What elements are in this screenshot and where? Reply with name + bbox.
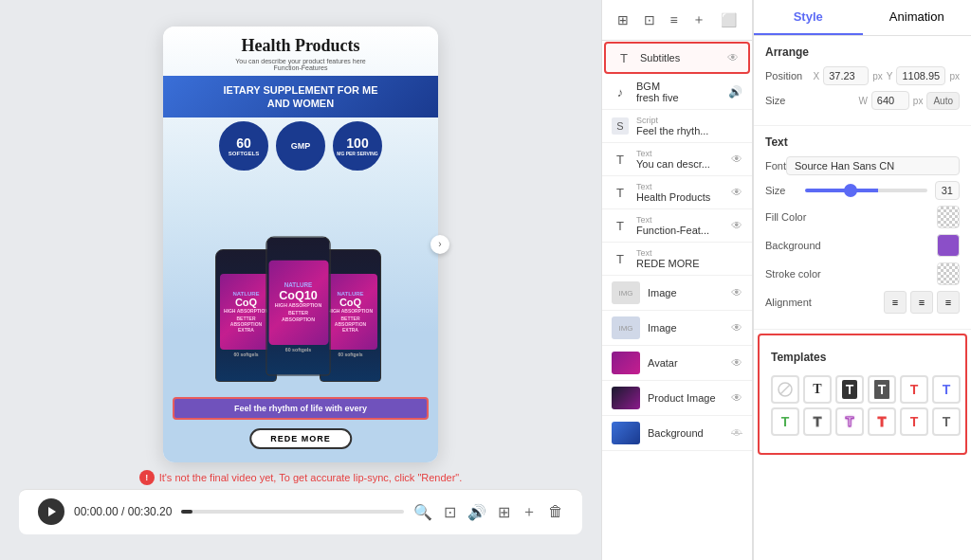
zoom-out-icon[interactable]: 🔍 (413, 503, 432, 521)
layer-eye-text-1[interactable]: 👁 (731, 153, 742, 166)
tab-style[interactable]: Style (754, 0, 863, 35)
w-unit: px (913, 96, 924, 106)
health-subtitle-1: You can describe your product features h… (235, 58, 366, 64)
layer-background[interactable]: Background 👁 (602, 416, 752, 451)
badge-gmp: GMP (276, 121, 325, 171)
x-input[interactable] (823, 66, 869, 85)
layers-toolbar-icon-4[interactable]: ＋ (688, 8, 709, 32)
layer-eye-subtitles[interactable]: 👁 (727, 51, 739, 64)
template-3[interactable]: T (868, 375, 896, 404)
no-style-icon (778, 382, 793, 397)
layer-info-subtitles: Subtitles (640, 52, 720, 63)
layer-eye-image-1[interactable]: 👁 (731, 286, 742, 299)
w-input[interactable] (871, 91, 909, 110)
layer-name-function: Function-Feat... (636, 225, 724, 236)
template-11[interactable]: T (932, 407, 961, 436)
layer-image-2[interactable]: IMG Image 👁 (602, 311, 752, 346)
layer-eye-bg[interactable]: 👁 (731, 426, 742, 440)
layer-avatar[interactable]: Avatar 👁 (602, 346, 752, 381)
align-center-icon[interactable]: ≡ (910, 291, 933, 314)
align-left-icon[interactable]: ≡ (884, 291, 907, 314)
layer-product-image[interactable]: Product Image 👁 (602, 381, 752, 416)
template-2[interactable]: T (835, 375, 864, 404)
layer-info-script: Script Feel the rhyth... (636, 116, 742, 136)
templates-section: Templates T T T (758, 334, 967, 455)
size-label: Size (765, 95, 785, 106)
play-button[interactable] (38, 498, 64, 525)
layers-toolbar-icon-3[interactable]: ≡ (666, 9, 681, 31)
layer-icon-bgm: ♪ (612, 83, 629, 100)
stroke-swatch[interactable] (937, 262, 960, 285)
layers-toolbar-icon-1[interactable]: ⊞ (614, 9, 632, 31)
split-icon[interactable]: ⊞ (498, 503, 510, 521)
template-4[interactable]: T (900, 375, 928, 404)
layers-toolbar-icon-2[interactable]: ⊡ (640, 9, 659, 31)
layer-info-image-2: Image (648, 322, 724, 334)
template-none[interactable] (771, 375, 799, 404)
layer-text-health[interactable]: T Text Health Products 👁 (602, 176, 752, 209)
layer-eye-bgm[interactable]: 🔊 (728, 85, 742, 99)
layer-text-rede[interactable]: T Text REDE MORE (602, 243, 752, 276)
template-9[interactable]: T (868, 407, 896, 436)
layer-eye-image-2[interactable]: 👁 (731, 321, 742, 334)
subtitle-text: Feel the rhythm of life with every (182, 404, 419, 413)
layer-thumb-1: IMG (612, 281, 640, 304)
layer-type-rede: Text (636, 248, 742, 258)
background-swatch[interactable] (937, 234, 960, 257)
rede-more-btn[interactable]: REDE MORE (249, 428, 352, 449)
layer-script[interactable]: S Script Feel the rhyth... (602, 110, 752, 143)
fill-color-swatch[interactable] (937, 206, 960, 228)
template-1[interactable]: T (803, 375, 832, 404)
size-slider[interactable] (805, 189, 927, 192)
y-input[interactable] (896, 66, 945, 85)
expand-arrow[interactable]: › (431, 235, 449, 254)
layers-toolbar-icon-5[interactable]: ⬜ (717, 9, 741, 31)
add-media-icon[interactable]: ＋ (522, 502, 537, 522)
layer-eye-product[interactable]: 👁 (731, 391, 742, 405)
health-subtitle-2: Function-Features (274, 64, 328, 71)
tab-animation[interactable]: Animation (863, 0, 972, 35)
layer-text-1[interactable]: T Text You can descr... 👁 (602, 143, 752, 176)
bottom-icons: 🔍 ⊡ 🔊 ⊞ ＋ 🗑 (413, 502, 563, 522)
tab-bar: Style Animation (754, 0, 971, 36)
layer-icon-subtitles: T (615, 49, 632, 66)
layers-toolbar: ⊞ ⊡ ≡ ＋ ⬜ (602, 0, 752, 41)
phone-frame: Health Products You can describe your pr… (163, 27, 438, 462)
supplement-banner: IETARY SUPPLEMENT FOR ME AND WOMEN (163, 76, 438, 118)
badge-softgels: 60 SOFTGELS (219, 121, 268, 171)
font-value[interactable]: Source Han Sans CN (786, 156, 960, 175)
template-5-icon: T (943, 382, 951, 397)
template-6[interactable]: T (771, 407, 799, 436)
fit-icon[interactable]: ⊡ (444, 503, 456, 521)
supplement-text-1: IETARY SUPPLEMENT FOR ME (168, 83, 433, 97)
w-label: W (858, 96, 867, 106)
background-row: Background (765, 234, 960, 257)
template-10[interactable]: T (900, 407, 928, 436)
template-8[interactable]: T (835, 407, 864, 436)
layer-subtitles[interactable]: T Subtitles 👁 (604, 42, 750, 74)
size-num[interactable]: 31 (935, 181, 960, 200)
template-3-icon: T (873, 379, 891, 400)
layer-icon-function: T (612, 217, 629, 234)
y-unit: px (949, 71, 960, 81)
fill-color-label: Fill Color (765, 211, 806, 223)
layer-image-1[interactable]: IMG Image 👁 (602, 276, 752, 311)
layer-eye-function[interactable]: 👁 (731, 219, 742, 232)
template-6-icon: T (781, 414, 790, 429)
layer-eye-health[interactable]: 👁 (731, 186, 742, 199)
template-5[interactable]: T (932, 375, 961, 404)
progress-bar[interactable] (181, 510, 404, 514)
font-row: Font Source Han Sans CN (765, 156, 960, 175)
align-right-icon[interactable]: ≡ (937, 291, 960, 314)
layer-text-function[interactable]: T Text Function-Feat... 👁 (602, 209, 752, 243)
delete-icon[interactable]: 🗑 (548, 503, 563, 520)
layer-eye-avatar[interactable]: 👁 (731, 356, 742, 370)
layer-name-bgm: BGMfresh five (636, 81, 721, 103)
layer-bgm[interactable]: ♪ BGMfresh five 🔊 (602, 75, 752, 110)
align-icons: ≡ ≡ ≡ (884, 291, 960, 314)
arrange-section: Arrange Position X px Y px Size W (754, 36, 971, 126)
x-label: X (814, 71, 820, 81)
layer-name-text-1: You can descr... (636, 158, 724, 170)
template-7[interactable]: T (803, 407, 832, 436)
audio-icon[interactable]: 🔊 (467, 503, 486, 521)
